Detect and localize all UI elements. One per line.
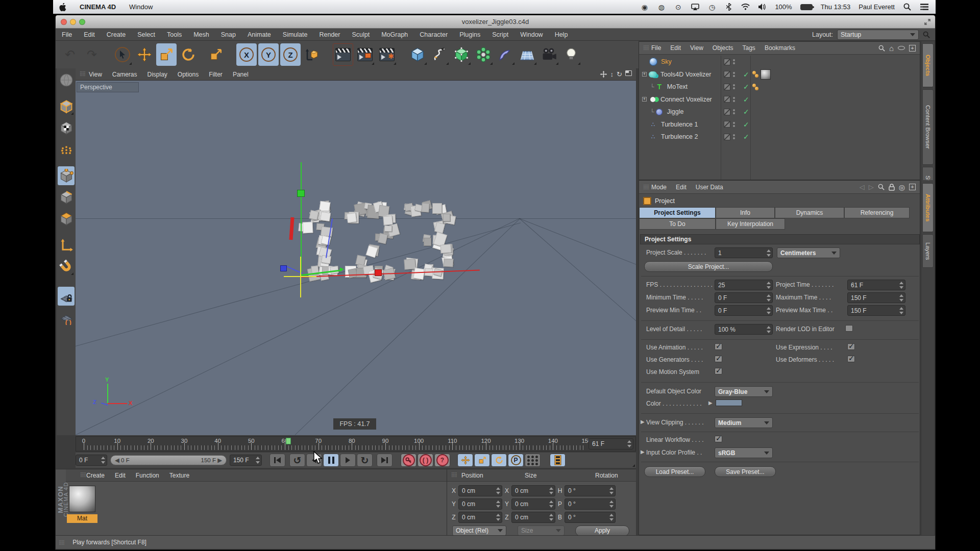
menubar-clock[interactable]: Thu 13:53 [821,3,851,11]
viewport-menu-display[interactable]: Display [147,71,167,78]
am-menu-mode[interactable]: Mode [651,184,667,191]
viewport-canvas[interactable]: Perspective [76,81,636,435]
size-y-field[interactable]: 0 cm [511,498,555,510]
autokeying-button[interactable]: ( ) [418,454,433,467]
visibility-dots-icon[interactable] [733,59,735,64]
tab-dynamics[interactable]: Dynamics [775,207,844,218]
menu-item-script[interactable]: Script [492,31,508,38]
apple-menu-icon[interactable] [59,3,66,11]
fullscreen-icon[interactable] [924,18,931,26]
add-mograph-cloner-button[interactable] [473,43,494,66]
level-of-detail-field[interactable]: 100 % [715,324,773,335]
enabled-check-icon[interactable]: ✓ [743,83,749,91]
preview-range-slider[interactable]: ◀ 0 F 150 F ▶ [110,455,227,465]
tab-project-settings[interactable]: Project Settings [639,207,716,218]
object-name[interactable]: Connect Voxelizer [660,96,712,103]
menu-item-character[interactable]: Character [420,31,448,38]
history-forward-icon[interactable]: ▷ [869,183,874,191]
layer-icon[interactable] [724,59,730,65]
material-menu-create[interactable]: Create [86,472,105,479]
section-header[interactable]: Project Settings [640,234,920,244]
om-menu-view[interactable]: View [690,44,703,52]
add-spline-button[interactable] [429,43,450,66]
preview-max-time-field[interactable]: 150 F [847,305,905,316]
position-z-field[interactable]: 0 cm [458,512,502,523]
use-deformers-checkbox[interactable] [847,356,855,362]
menu-item-plugins[interactable]: Plugins [459,31,480,38]
record-keyframe-button[interactable] [401,454,416,467]
next-frame-button[interactable] [340,454,356,467]
creative-cloud-icon[interactable]: ◉ [640,3,649,11]
fps-field[interactable]: 25 [715,280,773,290]
notification-center-icon[interactable] [920,3,928,11]
scale-project-button[interactable]: Scale Project... [644,261,773,272]
menubar-app-name[interactable]: CINEMA 4D [80,3,116,11]
object-row-sky[interactable]: Sky [639,56,920,68]
default-object-color-dropdown[interactable]: Gray-Blue [715,386,773,397]
rotation-p-field[interactable]: 0 ° [565,498,616,510]
add-cube-button[interactable] [407,43,428,66]
lock-z-axis-button[interactable]: Z [280,43,301,66]
material-name-label[interactable]: Mat [67,514,97,523]
project-time-field[interactable]: 61 F [847,280,905,290]
menu-item-create[interactable]: Create [107,31,126,38]
lock-x-axis-button[interactable]: X [236,43,257,66]
om-menu-bookmarks[interactable]: Bookmarks [765,44,795,52]
tab-referencing[interactable]: Referencing [844,207,910,218]
key-position-button[interactable] [457,454,473,467]
visibility-dots-icon[interactable] [733,72,735,77]
spotlight-search-icon[interactable] [903,3,912,11]
layer-icon[interactable] [724,96,730,103]
viewport-menu-panel[interactable]: Panel [233,71,249,78]
volume-icon[interactable] [758,3,767,11]
load-preset-button[interactable]: Load Preset... [644,466,705,477]
visibility-dots-icon[interactable] [733,84,735,89]
enabled-check-icon[interactable]: ✓ [743,120,749,129]
phong-tag-icon[interactable] [752,84,758,90]
menu-item-render[interactable]: Render [319,31,340,38]
size-x-field[interactable]: 0 cm [511,485,555,496]
render-to-picture-viewer-button[interactable] [355,43,375,66]
move-tool-button[interactable] [134,43,155,66]
tab-to-do[interactable]: To Do [639,218,716,230]
redo-button[interactable]: ↷ [82,43,102,66]
render-view-button[interactable] [333,43,353,66]
om-add-view-icon[interactable]: + [909,45,916,52]
render-settings-button[interactable]: ✱ [377,43,397,66]
color-swatch[interactable] [716,399,742,406]
panel-drag-handle[interactable]: ⣿⣿ [643,184,649,189]
workplane-options-button[interactable]: ( ) [58,308,75,327]
make-editable-button[interactable] [58,70,75,89]
view-clipping-dropdown[interactable]: Medium [715,417,773,428]
timeline-mode-button[interactable] [550,454,566,467]
menu-item-sculpt[interactable]: Sculpt [352,31,370,38]
input-profile-expander-icon[interactable]: ▶ [641,449,645,455]
visibility-dots-icon[interactable] [733,97,735,102]
am-menu-edit[interactable]: Edit [676,184,687,191]
history-back-icon[interactable]: ◁ [860,183,865,191]
object-row-turbulence-2[interactable]: ∴Turbulence 2✓ [639,131,920,143]
om-home-icon[interactable]: ⌂ [889,44,894,53]
panel-drag-handle[interactable]: ⣿⣿ [80,472,86,477]
viewport-rotate-icon[interactable]: ↻ [617,70,622,78]
use-generators-checkbox[interactable] [715,356,722,362]
size-z-field[interactable]: 0 cm [511,512,555,523]
panel-drag-handle[interactable]: ⣿⣿ [80,71,85,76]
view-clipping-expander-icon[interactable]: ▶ [641,419,645,424]
record-icon[interactable]: ⊙ [674,3,682,11]
tab-structure[interactable]: Structure [922,167,934,180]
lock-y-axis-button[interactable]: Y [258,43,279,66]
points-mode-button[interactable] [58,166,75,185]
tab-attributes[interactable]: Attributes [922,183,934,232]
input-color-profile-dropdown[interactable]: sRGB [715,447,773,458]
add-environment-button[interactable] [517,43,537,66]
object-name[interactable]: MoText [667,83,688,90]
visibility-dots-icon[interactable] [733,109,735,114]
rotation-b-field[interactable]: 0 ° [565,512,616,523]
spinner-icon[interactable] [101,456,105,464]
render-lod-checkbox[interactable] [845,325,853,332]
enabled-check-icon[interactable]: ✓ [743,108,749,116]
om-menu-objects[interactable]: Objects [713,44,733,52]
enabled-check-icon[interactable]: ✓ [743,133,749,141]
key-parameter-button[interactable]: P [508,454,524,467]
